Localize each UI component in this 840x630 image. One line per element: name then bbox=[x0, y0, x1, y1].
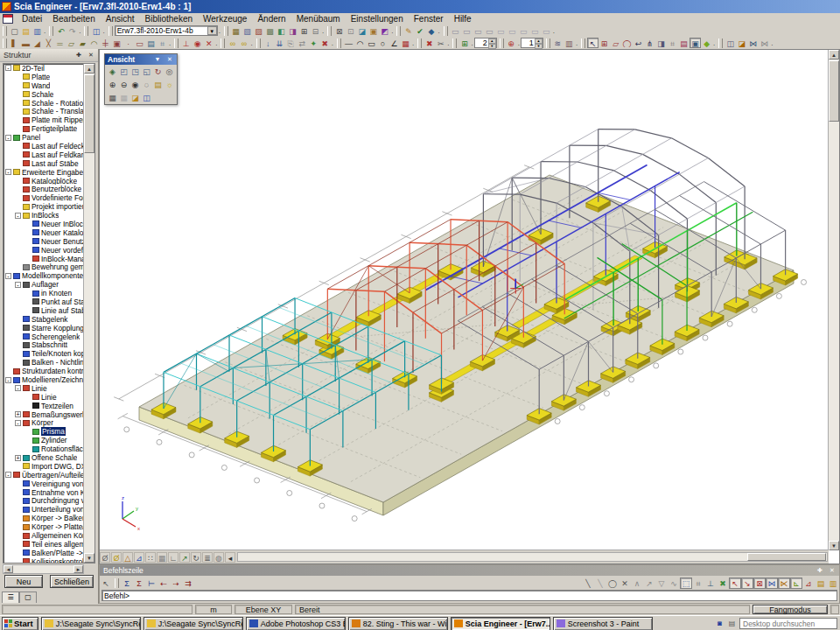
tree-item-vordefinierte-formen[interactable]: Vordefinierte Formen bbox=[4, 193, 84, 202]
layers-icon[interactable]: ≣ bbox=[202, 552, 213, 563]
tray-printer-icon[interactable]: ▤ bbox=[727, 619, 737, 628]
toolbar-overflow-icon[interactable]: . bbox=[518, 39, 520, 47]
close-icon[interactable]: ✕ bbox=[86, 50, 96, 60]
activity-spinner[interactable]: 2▲▼ bbox=[474, 38, 497, 48]
status-plane[interactable]: Ebene XY bbox=[234, 605, 292, 614]
close-icon[interactable]: ✕ bbox=[827, 565, 837, 576]
tab-properties[interactable]: ▢ bbox=[19, 592, 37, 603]
collapse-icon[interactable]: - bbox=[5, 135, 11, 141]
named-sel-c-icon[interactable]: ⋈ bbox=[747, 38, 759, 48]
viewport-vscroll-thumb[interactable] bbox=[829, 60, 839, 122]
menu-einstellungen[interactable]: Einstellungen bbox=[346, 14, 409, 24]
tree-item-durchdringung-von-k[interactable]: Durchdringung von K bbox=[4, 497, 84, 506]
tree-item-bewehrung-gem-vo[interactable]: Bewehrung gemäß Vo bbox=[4, 262, 84, 271]
tree-item-k-rper-platte-wan[interactable]: Körper -> Platte/Wan bbox=[4, 522, 84, 531]
expand-icon[interactable]: + bbox=[15, 455, 21, 461]
cross-link-icon[interactable]: ✕ bbox=[203, 38, 214, 48]
tree-item-linie[interactable]: -Linie bbox=[4, 384, 84, 393]
collapse-icon[interactable]: - bbox=[15, 213, 21, 219]
tree-item-benutzerbl-cke[interactable]: Benutzerblöcke bbox=[4, 185, 84, 193]
expand-icon[interactable]: + bbox=[15, 411, 21, 417]
project-wizard-icon[interactable]: ▦ bbox=[230, 25, 242, 36]
line-grid-icon[interactable]: ▦ bbox=[157, 552, 167, 563]
tree-horizontal-scrollbar[interactable]: ◄ ► bbox=[3, 564, 84, 574]
desktop-search-input[interactable] bbox=[739, 618, 837, 629]
tree-item-linie[interactable]: Linie bbox=[4, 393, 84, 402]
snap-grid-icon[interactable]: ⌗ bbox=[692, 578, 704, 589]
copy-doc-icon[interactable]: ▨ bbox=[253, 25, 264, 36]
plane-xy-icon[interactable]: ⊿ bbox=[134, 552, 144, 563]
menu-werkzeuge[interactable]: Werkzeuge bbox=[198, 14, 252, 24]
tree-item-punkt-auf-stab[interactable]: Punkt auf Stab bbox=[4, 298, 84, 306]
toolbar-overflow-icon[interactable]: . bbox=[553, 27, 555, 35]
close-button[interactable]: Schließen bbox=[50, 575, 94, 588]
snap-endpoint-icon[interactable]: ╲ bbox=[582, 578, 594, 589]
insert-shell-icon[interactable]: ◠ bbox=[88, 38, 100, 48]
chevron-down-icon[interactable]: ▼ bbox=[152, 54, 163, 65]
tree-item-balken-platte-allge[interactable]: Balken/Platte -> Allge bbox=[4, 549, 84, 557]
tree-item-teil-eines-allgemeiner[interactable]: Teil eines allgemeiner bbox=[4, 540, 84, 549]
tree-item-import-dwg-dxf-vi[interactable]: Import DWG, DXF, VI bbox=[4, 462, 84, 471]
snap-dir-icon[interactable]: ↗ bbox=[643, 578, 655, 589]
tree-item-scherengelenk[interactable]: Scherengelenk bbox=[4, 332, 84, 341]
tree-item-bema-ungswerkzeug[interactable]: +Bemaßungswerkzeug bbox=[4, 410, 84, 419]
trim-icon[interactable]: ✂ bbox=[435, 38, 446, 48]
load-del-icon[interactable]: ✖ bbox=[319, 38, 331, 48]
tree-item-platte[interactable]: Platte bbox=[4, 73, 84, 81]
collapse-icon[interactable]: - bbox=[15, 420, 21, 426]
hinge-icon[interactable]: ◉ bbox=[192, 38, 203, 48]
tree-item-schale-rotationsfl-c[interactable]: Schale - Rotationsfläc bbox=[4, 99, 84, 108]
step-back-icon[interactable]: ⇠ bbox=[158, 578, 170, 589]
select-add-icon[interactable]: ⊞ bbox=[598, 38, 610, 48]
viewport-scroll-thumb[interactable] bbox=[747, 553, 826, 561]
menu-ansicht[interactable]: Ansicht bbox=[101, 14, 140, 24]
zoom-selection-icon[interactable]: ◌ bbox=[141, 79, 152, 90]
model-viewport[interactable]: zyx Ansicht ▼ ✕ ◈◰◳◱↻◎⊕⊖◉◌▤☼▦▦◪◫ ØØ△⊿∷▦∟… bbox=[99, 49, 840, 564]
zoom-out-icon[interactable]: ⊖ bbox=[118, 79, 130, 90]
toolbar-overflow-icon[interactable]: . bbox=[332, 39, 333, 47]
new-window-icon[interactable]: ◫ bbox=[90, 25, 102, 36]
collapse-icon[interactable]: ◂ bbox=[225, 552, 235, 563]
snap-off-icon[interactable]: Ø bbox=[100, 552, 110, 563]
print-picture-icon[interactable]: ▦ bbox=[107, 92, 118, 103]
toolbar-overflow-icon[interactable]: . bbox=[713, 39, 715, 47]
step-forward-icon[interactable]: ⇢ bbox=[170, 578, 182, 589]
tree-item-schale-translationsf[interactable]: Schale - Translationsf bbox=[4, 107, 84, 116]
tree-item-zylinder[interactable]: Zylinder bbox=[4, 436, 84, 444]
pointer-icon[interactable]: ↖ bbox=[100, 578, 112, 589]
save-file-icon[interactable]: ▥ bbox=[32, 25, 43, 36]
snap-on-icon[interactable]: Ø bbox=[111, 552, 122, 563]
rotate-view-icon[interactable]: ↻ bbox=[152, 66, 164, 77]
layout-d-icon[interactable]: ▭ bbox=[484, 25, 495, 36]
tree-item-fertigteilplatte[interactable]: Fertigteilplatte bbox=[4, 124, 84, 133]
toolbar-overflow-icon[interactable]: . bbox=[102, 27, 104, 35]
light-render-icon[interactable]: ☼ bbox=[164, 79, 175, 90]
print-preview-icon[interactable]: ⊡ bbox=[345, 25, 356, 36]
load-line-icon[interactable]: ⇊ bbox=[274, 38, 285, 48]
insert-bracing-icon[interactable]: ╳ bbox=[43, 38, 54, 48]
couple-a-icon[interactable]: ∞ bbox=[227, 38, 238, 48]
pin-icon[interactable]: ✚ bbox=[74, 50, 84, 60]
insert-column-icon[interactable]: ▌ bbox=[9, 38, 20, 48]
dot-grid-icon[interactable]: ∷ bbox=[145, 552, 156, 563]
model-3d-view[interactable]: zyx bbox=[100, 50, 829, 550]
toolbar-overflow-icon[interactable]: . bbox=[44, 27, 46, 35]
toolbar-overflow-icon[interactable]: . bbox=[79, 27, 80, 35]
snap-mode-button[interactable]: Fangmodus bbox=[752, 605, 828, 614]
load-copy-icon[interactable]: ⎘ bbox=[285, 38, 297, 48]
tab-structure-tree[interactable]: ☰ bbox=[2, 592, 19, 603]
taskbar-task-folder[interactable]: J:\Seagate Sync\SyncRe... bbox=[144, 617, 243, 630]
tree-item-projekt-importieren-e[interactable]: Projekt importieren (E bbox=[4, 202, 84, 211]
draw-grid-icon[interactable]: ▦ bbox=[400, 38, 411, 48]
export-image-icon[interactable]: ◩ bbox=[379, 25, 390, 36]
collapse-icon[interactable]: - bbox=[5, 169, 11, 175]
tree-item-prisma[interactable]: Prisma bbox=[4, 427, 84, 436]
open-file-icon[interactable]: ▤ bbox=[20, 25, 32, 36]
menu-fenster[interactable]: Fenster bbox=[409, 14, 449, 24]
insert-opening-icon[interactable]: ▣ bbox=[111, 38, 122, 48]
tree-item-teile-knoten-koppelr[interactable]: Teile/Knoten koppelr bbox=[4, 349, 84, 358]
toolbar-overflow-icon[interactable]: . bbox=[471, 39, 472, 47]
tree-item-last-auf-st-be[interactable]: Last auf Stäbe bbox=[4, 159, 84, 168]
snap-circle-icon[interactable]: ◯ bbox=[606, 578, 619, 589]
view-front-icon[interactable]: ◰ bbox=[118, 66, 130, 77]
